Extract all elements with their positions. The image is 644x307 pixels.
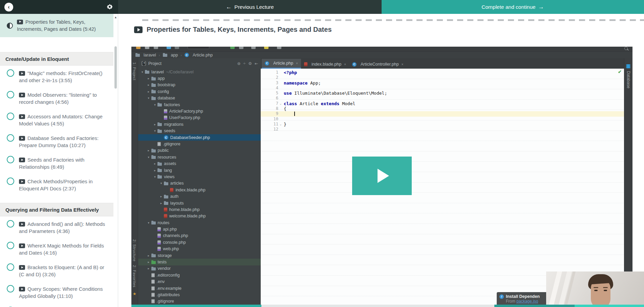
panel-tool-icon[interactable]: ⇤ [255,61,258,66]
tree-row[interactable]: ▾seeds [138,128,261,134]
debug-icon[interactable] [239,47,243,49]
breadcrumb-app[interactable]: app [163,53,178,57]
sidebar-item-lecture[interactable]: Eloquent when(): More Elegant if- [0,303,113,307]
current-lecture-item[interactable]: Properties for Tables, Keys, Increments,… [0,14,113,37]
chevron-collapsed-icon[interactable]: ▸ [148,90,151,93]
tree-row[interactable]: web.php [138,246,261,252]
tool-button-project[interactable]: 1: Project [132,62,136,80]
panel-tool-icon[interactable]: ÷ [243,61,246,66]
sidebar-item-lecture[interactable]: Query Scopes: Where Conditions Applied G… [0,281,113,303]
tree-row[interactable]: ▸vendor [138,265,261,272]
tool-button-structure[interactable]: 2: Structure [132,239,136,261]
package-json-link[interactable]: package.jso [516,299,538,304]
chevron-collapsed-icon[interactable]: ▸ [148,260,151,264]
chevron-collapsed-icon[interactable]: ▸ [160,195,164,198]
chevron-collapsed-icon[interactable]: ▸ [154,169,157,172]
tree-row[interactable]: ▸storage [138,252,261,259]
chevron-expanded-icon[interactable]: ▾ [148,96,151,100]
tree-row[interactable]: ▾views [138,173,261,180]
tree-row[interactable]: .gitignore [138,298,261,305]
sync-icon[interactable] [154,47,158,49]
chevron-expanded-icon[interactable]: ▾ [148,156,151,159]
tree-row[interactable]: welcome.blade.php [138,213,261,219]
tool-button-favorites[interactable]: 2: Favorites [132,265,136,287]
save-icon[interactable] [145,47,149,49]
sidebar-item-lecture[interactable]: "Magic" methods: FirstOrCreate() and oth… [0,66,113,87]
tree-row[interactable]: .env [138,279,261,285]
video-progress-bar[interactable] [131,305,644,307]
fold-marker-icon[interactable]: ⌄ [280,101,283,106]
sidebar-item-lecture[interactable]: Model Observers: "listening" to record c… [0,87,113,109]
chevron-expanded-icon[interactable]: ▾ [154,129,157,133]
back-button[interactable]: ‹ [4,3,13,11]
complete-and-continue-button[interactable]: Complete and continue → [382,0,644,14]
tree-row[interactable]: ▸public [138,147,261,154]
sidebar-item-lecture[interactable]: Seeds and Factories with Relationships (… [0,152,113,174]
tree-row[interactable]: ▾factories [138,101,261,108]
tree-row[interactable]: home.blade.php [138,206,261,213]
tree-row[interactable]: .gitattributes [138,291,261,298]
tree-row[interactable]: ▸migrations [138,121,261,127]
editor-tab-ArticleController.php[interactable]: CArticleController.php× [349,60,406,69]
tree-row[interactable]: channels.php [138,233,261,239]
sidebar-item-lecture[interactable]: Brackets to Eloquent: (A and B) or (C an… [0,260,113,281]
tree-row[interactable]: api.php [138,226,261,232]
tree-row[interactable]: .gitignore [138,141,261,147]
editor-tab-index.blade.php[interactable]: index.blade.php× [301,60,349,69]
lecture-incomplete-circle[interactable] [7,263,14,271]
close-icon[interactable]: × [402,63,404,66]
chevron-expanded-icon[interactable]: ▾ [160,182,164,185]
lecture-incomplete-circle[interactable] [7,134,14,142]
fold-marker-icon[interactable]: ⌄ [280,122,283,127]
previous-lecture-button[interactable]: ← Previous Lecture [226,4,274,10]
chevron-collapsed-icon[interactable]: ▸ [148,254,151,257]
breadcrumb-laravel[interactable]: laravel [135,53,156,57]
video-play-button[interactable] [352,157,412,195]
tree-row[interactable]: ▸auth [138,193,261,199]
close-icon[interactable]: × [296,62,298,65]
lecture-incomplete-circle[interactable] [7,69,14,77]
chevron-collapsed-icon[interactable]: ▸ [154,123,157,126]
sidebar-scrollbar-thumb[interactable] [114,46,117,89]
chevron-collapsed-icon[interactable]: ▸ [160,202,164,205]
editor-tab-Article.php[interactable]: CArticle.php× [262,59,301,69]
tree-row[interactable]: .editorconfig [138,272,261,278]
tree-row[interactable]: ArticleFactory.php [138,108,261,114]
panel-tool-icon[interactable]: ⚙ [248,61,252,66]
chevron-expanded-icon[interactable]: ▾ [154,103,157,107]
tree-row[interactable]: ▸config [138,88,261,95]
tree-row[interactable]: console.php [138,239,261,245]
tool-button-database[interactable]: Database [626,71,631,88]
tree-row[interactable]: ▸tests [138,259,261,265]
breadcrumb-Article.php[interactable]: CArticle.php [185,53,213,57]
tree-row[interactable]: ▾articles [138,180,261,187]
tree-row[interactable]: UserFactory.php [138,115,261,121]
sidebar-item-lecture[interactable]: WhereX Magic Methods for Fields and Date… [0,238,113,260]
lecture-incomplete-circle[interactable] [7,285,14,292]
chevron-collapsed-icon[interactable]: ▸ [148,149,151,152]
grid-icon[interactable] [277,47,281,49]
tree-row[interactable]: ▸layouts [138,200,261,206]
settings-gear-button[interactable] [106,3,113,10]
sidebar-scroll-up-arrow[interactable]: ▲ [114,16,117,19]
lecture-incomplete-circle[interactable] [7,242,14,249]
tree-row[interactable]: ▸assets [138,160,261,167]
sidebar-item-lecture[interactable]: Check Methods/Properties in Eloquent API… [0,174,113,195]
chevron-expanded-icon[interactable]: ▾ [148,221,151,225]
bolt-icon[interactable] [264,47,269,49]
coverage-icon[interactable] [251,47,256,49]
chevron-collapsed-icon[interactable]: ▸ [154,162,157,165]
lecture-incomplete-circle[interactable] [7,220,14,228]
tree-row[interactable]: ▸bootstrap [138,82,261,88]
tree-row[interactable]: ▸lang [138,167,261,173]
tree-row[interactable]: ▾resources [138,154,261,160]
run-icon[interactable] [230,47,235,49]
close-icon[interactable]: × [344,63,346,66]
forward-arrow-icon[interactable] [175,47,179,49]
video-player[interactable]: laravel›app›CArticle.php 1: Project 2: S… [131,47,632,307]
lecture-incomplete-circle[interactable] [7,91,14,98]
tree-row[interactable]: ▾database [138,95,261,101]
chevron-collapsed-icon[interactable]: ▸ [148,83,151,87]
tree-row[interactable]: CDatabaseSeeder.php [138,134,261,141]
sidebar-item-lecture[interactable]: Accessors and Mutators: Change Model Val… [0,109,113,131]
